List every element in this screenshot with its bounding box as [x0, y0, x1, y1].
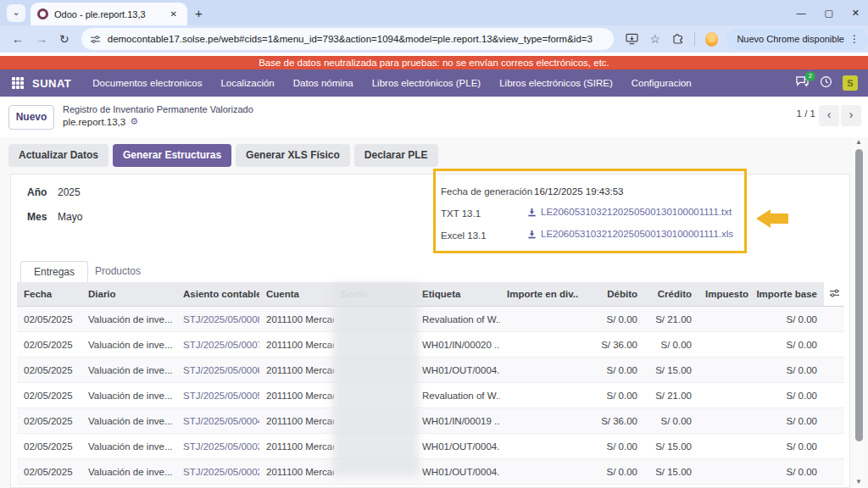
col-etiqueta[interactable]: Etiqueta — [415, 282, 500, 307]
cell-credito: S/ 21.00 — [644, 383, 698, 408]
actualizar-datos-button[interactable]: Actualizar Datos — [8, 144, 108, 167]
col-fecha[interactable]: Fecha — [17, 282, 81, 307]
extensions-icon[interactable] — [672, 33, 684, 45]
cell-asiento-link[interactable]: STJ/2025/05/0004 — [176, 408, 259, 434]
table-row[interactable]: 02/05/2025 Valuación de inve... STJ/2025… — [17, 485, 844, 488]
activities-clock-icon[interactable] — [820, 75, 832, 92]
reload-button[interactable]: ↻ — [59, 32, 70, 46]
tab-entregas[interactable]: Entregas — [20, 261, 88, 283]
bookmark-star-icon[interactable]: ☆ — [650, 32, 661, 46]
cell-asiento-link[interactable]: STJ/2025/05/0005 — [176, 383, 259, 408]
gear-icon[interactable]: ⚙ — [130, 116, 138, 127]
cell-asiento-link[interactable]: STJ/2025/05/0003 — [176, 434, 259, 459]
cell-importe-div — [500, 408, 578, 434]
col-credito[interactable]: Crédito — [644, 282, 698, 307]
column-options-icon[interactable] — [824, 282, 844, 307]
window-close-icon[interactable]: ✕ — [852, 8, 860, 19]
navbar-menu-item[interactable]: Libros electrónicos (PLE) — [363, 69, 490, 97]
cell-impuesto — [698, 408, 749, 434]
generar-xls-fisico-button[interactable]: Generar XLS Físico — [236, 144, 350, 167]
declarar-ple-button[interactable]: Declarar PLE — [354, 144, 438, 167]
cell-socio — [334, 307, 415, 332]
navbar-menu: Documentos electronicosLocalizaciónDatos… — [83, 69, 700, 97]
new-tab-button[interactable]: + — [195, 6, 203, 20]
col-asiento[interactable]: Asiento contable — [176, 282, 259, 307]
odoo-favicon-icon — [37, 8, 48, 19]
year-label: Año — [27, 186, 47, 198]
toolbar-divider — [694, 32, 695, 46]
send-to-device-icon[interactable] — [626, 33, 638, 45]
table-row[interactable]: 02/05/2025 Valuación de inve... STJ/2025… — [17, 383, 844, 408]
table-row[interactable]: 02/05/2025 Valuación de inve... STJ/2025… — [17, 358, 844, 383]
tab-productos[interactable]: Productos — [95, 261, 141, 282]
col-debito[interactable]: Débito — [578, 282, 644, 307]
scroll-down-icon[interactable]: ▼ — [855, 478, 862, 485]
txt-download-link[interactable]: LE2060531032120250500130100001111.txt — [527, 207, 732, 217]
tab-close-icon[interactable]: ✕ — [167, 8, 181, 20]
year-field[interactable]: 2025 — [58, 186, 81, 198]
excel-download-link[interactable]: LE2060531032120250500130100001111.xls — [527, 229, 733, 239]
screen: ⌄ Odoo - ple.report.13,3 ✕ + — ▢ ✕ ← → ↻… — [0, 0, 868, 488]
navbar-menu-item[interactable]: Localización — [211, 69, 283, 97]
back-button[interactable]: ← — [12, 32, 24, 46]
col-socio[interactable]: Socio — [334, 282, 415, 307]
cell-importe-div — [500, 459, 578, 485]
navbar-menu-item[interactable]: Libros electrónicos (SIRE) — [490, 69, 622, 97]
new-chrome-label: Nuevo Chrome disponible — [737, 34, 844, 44]
chrome-menu-kebab-icon[interactable]: ⋮ — [846, 33, 863, 45]
cell-asiento-link[interactable]: STJ/2025/05/0002 — [176, 459, 259, 485]
apps-grid-icon[interactable] — [12, 77, 24, 89]
cell-importe-base: S/ 0.00 — [749, 358, 824, 383]
window-maximize-icon[interactable]: ▢ — [824, 8, 832, 19]
scrollbar-thumb[interactable] — [855, 149, 863, 441]
table-row[interactable]: 02/05/2025 Valuación de inve... STJ/2025… — [17, 408, 844, 434]
navbar-menu-item[interactable]: Datos nómina — [284, 69, 363, 97]
month-field[interactable]: Mayo — [58, 211, 82, 223]
cell-diario: Valuación de inve... — [81, 459, 176, 485]
cell-impuesto — [698, 459, 749, 485]
table-row[interactable]: 02/05/2025 Valuación de inve... STJ/2025… — [17, 434, 844, 459]
table-row[interactable]: 02/05/2025 Valuación de inve... STJ/2025… — [17, 307, 844, 332]
profile-avatar[interactable] — [705, 32, 718, 47]
cell-asiento-link[interactable]: STJ/2025/05/0001 — [176, 485, 259, 488]
brand-sunat[interactable]: SUNAT — [32, 77, 71, 90]
scroll-up-icon[interactable]: ▲ — [855, 138, 862, 146]
cell-debito: S/ 0.00 — [578, 485, 644, 488]
site-info-icon[interactable] — [90, 34, 101, 45]
address-input[interactable]: democontable17.solse.pe/web#cids=1&menu_… — [108, 34, 593, 44]
month-label: Mes — [27, 211, 47, 223]
navbar-menu-item[interactable]: Documentos electronicos — [83, 69, 211, 97]
col-cuenta[interactable]: Cuenta — [259, 282, 334, 307]
col-impuesto[interactable]: Impuesto — [698, 282, 749, 307]
annotation-arrow-tail — [770, 214, 788, 224]
col-importe-base[interactable]: Importe base — [749, 282, 824, 307]
navbar-menu-item[interactable]: Configuracion — [622, 69, 701, 97]
cell-impuesto — [698, 358, 749, 383]
new-record-button[interactable]: Nuevo — [8, 105, 54, 130]
address-bar[interactable]: democontable17.solse.pe/web#cids=1&menu_… — [81, 28, 614, 50]
table-body: 02/05/2025 Valuación de inve... STJ/2025… — [17, 307, 844, 488]
txt-label: TXT 13.1 — [441, 208, 481, 219]
col-importe-div[interactable]: Importe en div... — [500, 282, 578, 307]
user-avatar[interactable]: S — [843, 75, 858, 91]
forward-button[interactable]: → — [36, 32, 47, 46]
window-minimize-icon[interactable]: — — [796, 8, 805, 18]
pager-prev-button[interactable]: ‹ — [819, 105, 839, 126]
generar-estructuras-button[interactable]: Generar Estructuras — [113, 144, 231, 167]
cell-etiqueta: Revaluation of W... — [415, 383, 500, 408]
cell-diario: Valuación de inve... — [81, 434, 176, 459]
col-diario[interactable]: Diario — [81, 282, 176, 307]
messages-icon[interactable]: 2 — [795, 75, 810, 92]
cell-asiento-link[interactable]: STJ/2025/05/0007 — [176, 332, 259, 358]
pager-next-button[interactable]: › — [841, 105, 861, 126]
cell-asiento-link[interactable]: STJ/2025/05/0006 — [176, 358, 259, 383]
breadcrumb[interactable]: Registro de Inventario Permanente Valori… — [63, 104, 253, 114]
cell-debito: S/ 0.00 — [578, 358, 644, 383]
cell-asiento-link[interactable]: STJ/2025/05/0008 — [176, 307, 259, 332]
table-row[interactable]: 02/05/2025 Valuación de inve... STJ/2025… — [17, 332, 844, 358]
tab-list-chevron-icon[interactable]: ⌄ — [7, 4, 25, 22]
browser-tab[interactable]: Odoo - ple.report.13,3 ✕ — [31, 3, 187, 25]
new-chrome-button[interactable]: Nuevo Chrome disponible ⋮ — [726, 29, 868, 50]
cell-impuesto — [698, 307, 749, 332]
table-row[interactable]: 02/05/2025 Valuación de inve... STJ/2025… — [17, 459, 844, 485]
